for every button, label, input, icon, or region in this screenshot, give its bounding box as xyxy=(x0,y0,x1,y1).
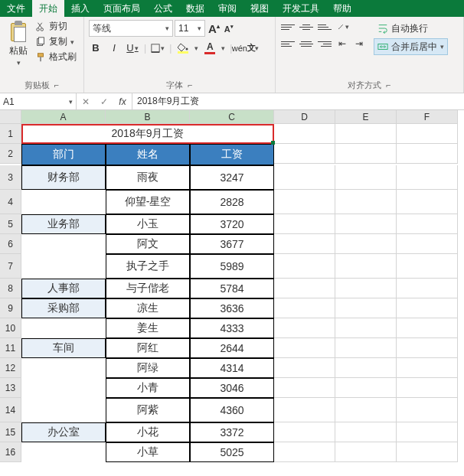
cell-blank[interactable] xyxy=(397,165,458,190)
row-header-14[interactable]: 14 xyxy=(0,398,21,422)
align-left-button[interactable] xyxy=(280,37,296,51)
cell-blank[interactable] xyxy=(335,422,397,442)
tab-data[interactable]: 数据 xyxy=(179,0,211,17)
tab-file[interactable]: 文件 xyxy=(0,0,32,17)
cell-name[interactable]: 与子偕老 xyxy=(106,279,190,298)
cell-blank[interactable] xyxy=(274,422,335,442)
cell-name[interactable]: 雨夜 xyxy=(106,165,190,190)
cell-blank[interactable] xyxy=(335,338,397,358)
cell-blank[interactable] xyxy=(274,165,335,190)
font-color-button[interactable]: A xyxy=(203,41,217,54)
tab-formulas[interactable]: 公式 xyxy=(147,0,179,17)
cell-salary[interactable]: 4360 xyxy=(190,398,274,422)
name-box[interactable]: A1 ▾ xyxy=(0,93,77,109)
cell-name[interactable]: 阿文 xyxy=(106,234,190,254)
orientation-button[interactable]: ⟋▾ xyxy=(335,20,349,34)
paste-button[interactable]: 粘贴 ▾ xyxy=(5,20,32,67)
cell-salary[interactable]: 2644 xyxy=(190,338,274,358)
row-header-4[interactable]: 4 xyxy=(0,190,21,214)
cell-salary[interactable]: 2828 xyxy=(190,190,274,214)
cell-salary[interactable]: 3677 xyxy=(190,234,274,254)
cell-blank[interactable] xyxy=(397,279,458,298)
cell-name[interactable]: 阿紫 xyxy=(106,398,190,422)
row-header-1[interactable]: 1 xyxy=(0,124,21,144)
align-center-button[interactable] xyxy=(299,37,314,51)
cell-blank[interactable] xyxy=(274,358,335,378)
col-header-B[interactable]: B xyxy=(106,110,190,124)
font-size-select[interactable]: 11▾ xyxy=(175,20,205,37)
table-header-name[interactable]: 姓名 xyxy=(106,144,190,165)
cell-dep[interactable]: 办公室 xyxy=(21,422,106,442)
decrease-indent-button[interactable]: ⇤ xyxy=(335,37,349,51)
insert-function-button[interactable]: fx xyxy=(113,96,132,107)
cell-name[interactable]: 仰望-星空 xyxy=(106,190,190,214)
tab-developer[interactable]: 开发工具 xyxy=(276,0,326,17)
chevron-down-icon[interactable]: ▾ xyxy=(70,38,74,46)
align-top-button[interactable] xyxy=(280,20,296,34)
cell-name[interactable]: 小草 xyxy=(106,442,190,462)
cell-salary[interactable]: 3372 xyxy=(190,422,274,442)
row-header-10[interactable]: 10 xyxy=(0,318,21,338)
merged-title-cell[interactable]: 2018年9月工资 xyxy=(21,124,274,144)
merge-center-button[interactable]: 合并后居中 ▾ xyxy=(374,38,448,55)
shrink-font-button[interactable]: A▾ xyxy=(223,24,235,34)
chevron-down-icon[interactable]: ▾ xyxy=(255,44,259,52)
font-name-select[interactable]: 等线▾ xyxy=(89,20,173,37)
cell-dep[interactable]: 车间 xyxy=(21,338,106,358)
italic-button[interactable]: I xyxy=(107,42,121,54)
col-header-E[interactable]: E xyxy=(335,110,397,124)
cell-salary[interactable]: 5989 xyxy=(190,254,274,279)
cell-blank[interactable] xyxy=(335,279,397,298)
wrap-text-button[interactable]: 自动换行 xyxy=(374,20,448,37)
grow-font-button[interactable]: A▴ xyxy=(207,22,221,35)
cell-blank[interactable] xyxy=(335,165,397,190)
phonetic-button[interactable]: wén文 xyxy=(237,42,250,54)
cell-blank[interactable] xyxy=(335,234,397,254)
cell-blank[interactable] xyxy=(397,338,458,358)
col-header-A[interactable]: A xyxy=(21,110,106,124)
tab-insert[interactable]: 插入 xyxy=(64,0,96,17)
row-header-7[interactable]: 7 xyxy=(0,254,21,279)
row-header-11[interactable]: 11 xyxy=(0,338,21,358)
tab-page-layout[interactable]: 页面布局 xyxy=(96,0,147,17)
cell-name[interactable]: 小玉 xyxy=(106,214,190,234)
cell-name[interactable]: 阿绿 xyxy=(106,358,190,378)
cell-salary[interactable]: 3046 xyxy=(190,378,274,398)
align-right-button[interactable] xyxy=(317,37,332,51)
cell-blank[interactable] xyxy=(274,279,335,298)
cell-blank[interactable] xyxy=(397,254,458,279)
tab-help[interactable]: 帮助 xyxy=(326,0,358,17)
row-header-3[interactable]: 3 xyxy=(0,165,21,190)
cell-blank[interactable] xyxy=(335,190,397,214)
cell-dep[interactable]: 采购部 xyxy=(21,298,106,318)
cell-blank[interactable] xyxy=(274,214,335,234)
cut-button[interactable]: 剪切 xyxy=(35,20,77,33)
cell-blank[interactable] xyxy=(397,422,458,442)
cell-blank[interactable] xyxy=(274,398,335,422)
cell-blank[interactable] xyxy=(335,124,397,144)
row-header-5[interactable]: 5 xyxy=(0,214,21,234)
cell-blank[interactable] xyxy=(397,124,458,144)
row-header-6[interactable]: 6 xyxy=(0,234,21,254)
format-painter-button[interactable]: 格式刷 xyxy=(35,51,77,64)
cell-blank[interactable] xyxy=(274,234,335,254)
cell-blank[interactable] xyxy=(335,144,397,164)
table-header-dep[interactable]: 部门 xyxy=(21,144,106,165)
cell-blank[interactable] xyxy=(397,144,458,164)
copy-button[interactable]: 复制 ▾ xyxy=(35,35,77,48)
cancel-formula-button[interactable]: ✕ xyxy=(77,96,95,107)
accept-formula-button[interactable]: ✓ xyxy=(95,96,113,107)
cell-blank[interactable] xyxy=(397,318,458,338)
cell-dep[interactable]: 财务部 xyxy=(21,165,106,190)
cell-blank[interactable] xyxy=(335,318,397,338)
cell-salary[interactable]: 3720 xyxy=(190,214,274,234)
cell-name[interactable]: 小花 xyxy=(106,422,190,442)
tab-home[interactable]: 开始 xyxy=(32,0,64,17)
cell-blank[interactable] xyxy=(335,254,397,279)
row-header-16[interactable]: 16 xyxy=(0,442,21,462)
cell-blank[interactable] xyxy=(335,378,397,398)
increase-indent-button[interactable]: ⇥ xyxy=(352,37,366,51)
cell-salary[interactable]: 4314 xyxy=(190,358,274,378)
cell-blank[interactable] xyxy=(335,358,397,378)
formula-input[interactable]: 2018年9月工资 xyxy=(132,93,464,109)
